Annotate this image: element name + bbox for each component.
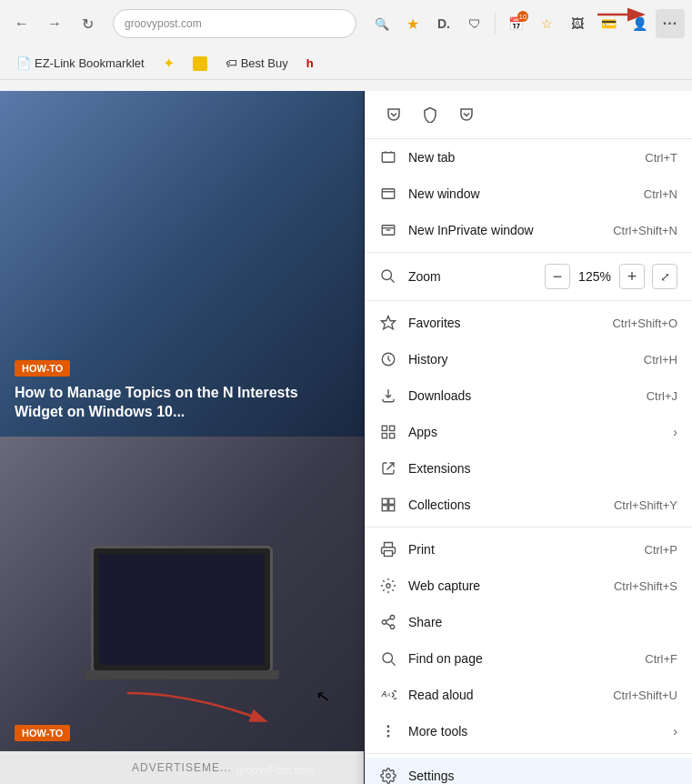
collections-label: Collections xyxy=(408,498,614,512)
apps-label: Apps xyxy=(408,425,666,439)
menu-item-apps[interactable]: Apps › xyxy=(365,414,692,450)
find-icon xyxy=(379,649,397,668)
extensions-label: Extensions xyxy=(408,461,677,476)
zoom-plus-btn[interactable]: + xyxy=(619,264,645,289)
profile-btn[interactable]: 👤 xyxy=(625,9,654,38)
bookmark-bestbuy-label: Best Buy xyxy=(241,56,288,70)
menu-item-moretools[interactable]: More tools › xyxy=(365,713,692,749)
menu-item-extensions[interactable]: Extensions xyxy=(365,450,692,487)
downloads-shortcut: Ctrl+J xyxy=(647,389,677,403)
refresh-btn[interactable]: ↻ xyxy=(73,9,102,38)
print-label: Print xyxy=(408,542,645,557)
svg-point-19 xyxy=(386,584,391,588)
ext-calendar-btn[interactable]: 📅 10 xyxy=(501,9,530,38)
bookmark-ezlink[interactable]: 📄 EZ-Link Bookmarklet xyxy=(11,55,150,72)
history-icon xyxy=(379,350,397,368)
forward-btn[interactable]: → xyxy=(40,9,69,38)
menu-item-new-window[interactable]: New window Ctrl+N xyxy=(365,176,692,212)
svg-rect-11 xyxy=(390,426,395,430)
menu-item-settings[interactable]: Settings xyxy=(365,758,692,784)
shield-icon-btn[interactable]: 🛡 xyxy=(460,9,489,38)
pocket-icon xyxy=(386,106,402,123)
zoom-icon-btn[interactable]: 🔍 xyxy=(367,9,396,38)
bookmark-label: EZ-Link Bookmarklet xyxy=(35,56,145,70)
bookmark-h[interactable]: h xyxy=(301,55,319,72)
ext-card-btn[interactable]: 💳 xyxy=(594,9,623,38)
menu-item-share[interactable]: Share xyxy=(365,604,692,640)
bookmark-bestbuy[interactable]: 🏷 Best Buy xyxy=(220,55,294,72)
svg-point-20 xyxy=(390,616,395,620)
menu-shield-btn[interactable] xyxy=(416,100,445,129)
collections-icon xyxy=(379,496,397,514)
zoom-controls: − 125% + ⤢ xyxy=(545,264,677,289)
svg-point-6 xyxy=(382,270,392,280)
menu-item-inprivate[interactable]: New InPrivate window Ctrl+Shift+N xyxy=(365,212,692,248)
svg-rect-2 xyxy=(382,189,395,199)
readaloud-icon: AA xyxy=(379,686,397,704)
zoom-row: Zoom − 125% + ⤢ xyxy=(365,256,692,297)
zoom-fullscreen-btn[interactable]: ⤢ xyxy=(652,264,677,289)
svg-line-26 xyxy=(391,661,395,665)
svg-point-25 xyxy=(383,653,393,663)
toolbar: ← → ↻ groovypost.com 🔍 ★ D. 🛡 📅 10 ☆ 🖼 💳… xyxy=(0,0,692,47)
three-dots-btn[interactable]: ··· xyxy=(656,9,685,38)
svg-rect-12 xyxy=(382,434,386,438)
back-btn[interactable]: ← xyxy=(7,9,36,38)
webcapture-label: Web capture xyxy=(408,578,614,593)
find-label: Find on page xyxy=(408,651,645,666)
article1-badge: HOW-TO xyxy=(15,360,70,377)
svg-marker-8 xyxy=(382,317,396,329)
zoom-icon-spacer xyxy=(379,267,397,286)
apps-arrow: › xyxy=(673,425,677,439)
menu-item-find[interactable]: Find on page Ctrl+F xyxy=(365,640,692,677)
settings-label: Settings xyxy=(408,769,677,783)
svg-point-29 xyxy=(387,726,389,728)
favorites-star-btn[interactable]: ★ xyxy=(398,9,427,38)
ext-star-btn[interactable]: ☆ xyxy=(532,9,561,38)
article-card-1: HOW-TO How to Manage Topics on the N Int… xyxy=(0,91,364,437)
dict-icon-btn[interactable]: D. xyxy=(429,9,458,38)
watermark: groovyPost.com xyxy=(236,764,315,777)
menu-item-collections[interactable]: Collections Ctrl+Shift+Y xyxy=(365,487,692,523)
bookmark-yellow[interactable] xyxy=(187,55,213,73)
new-window-icon xyxy=(379,185,397,203)
bookmarks-bar: 📄 EZ-Link Bookmarklet ✦ 🏷 Best Buy h xyxy=(0,47,692,80)
inprivate-icon xyxy=(379,221,397,239)
svg-rect-14 xyxy=(382,498,387,504)
menu-item-readaloud[interactable]: AA Read aloud Ctrl+Shift+U xyxy=(365,677,692,713)
pocket2-icon xyxy=(458,106,475,123)
main-content: HOW-TO How to Manage Topics on the N Int… xyxy=(0,91,692,784)
bookmark-star[interactable]: ✦ xyxy=(157,53,180,74)
new-window-label: New window xyxy=(408,186,644,201)
svg-rect-16 xyxy=(382,506,387,511)
svg-point-30 xyxy=(387,730,389,732)
menu-items-list: New tab Ctrl+T New window Ctrl+N New InP… xyxy=(365,139,692,784)
svg-rect-13 xyxy=(390,434,395,438)
downloads-label: Downloads xyxy=(408,388,647,403)
menu-item-print[interactable]: Print Ctrl+P xyxy=(365,531,692,568)
moretools-icon xyxy=(379,722,397,740)
menu-pocket-btn[interactable] xyxy=(379,100,408,129)
menu-item-webcapture[interactable]: Web capture Ctrl+Shift+S xyxy=(365,568,692,604)
favorites-label: Favorites xyxy=(408,316,612,330)
menu-item-downloads[interactable]: Downloads Ctrl+J xyxy=(365,377,692,414)
apps-icon xyxy=(379,423,397,441)
menu-item-new-tab[interactable]: New tab Ctrl+T xyxy=(365,139,692,176)
svg-rect-15 xyxy=(389,498,395,504)
downloads-icon xyxy=(379,387,397,405)
favorites-shortcut: Ctrl+Shift+O xyxy=(612,317,677,330)
svg-rect-10 xyxy=(382,426,386,430)
zoom-icon xyxy=(379,267,396,284)
zoom-minus-btn[interactable]: − xyxy=(545,264,570,289)
svg-text:A: A xyxy=(386,692,391,698)
svg-point-31 xyxy=(387,736,389,738)
print-shortcut: Ctrl+P xyxy=(645,543,677,557)
svg-line-7 xyxy=(390,278,394,282)
ext-img-btn[interactable]: 🖼 xyxy=(563,9,592,38)
sep3 xyxy=(365,527,692,528)
menu-item-history[interactable]: History Ctrl+H xyxy=(365,341,692,377)
menu-pocket2-btn[interactable] xyxy=(452,100,481,129)
article2-badge: HOW-TO xyxy=(15,725,70,741)
extensions-icon xyxy=(379,459,397,477)
menu-item-favorites[interactable]: Favorites Ctrl+Shift+O xyxy=(365,305,692,341)
